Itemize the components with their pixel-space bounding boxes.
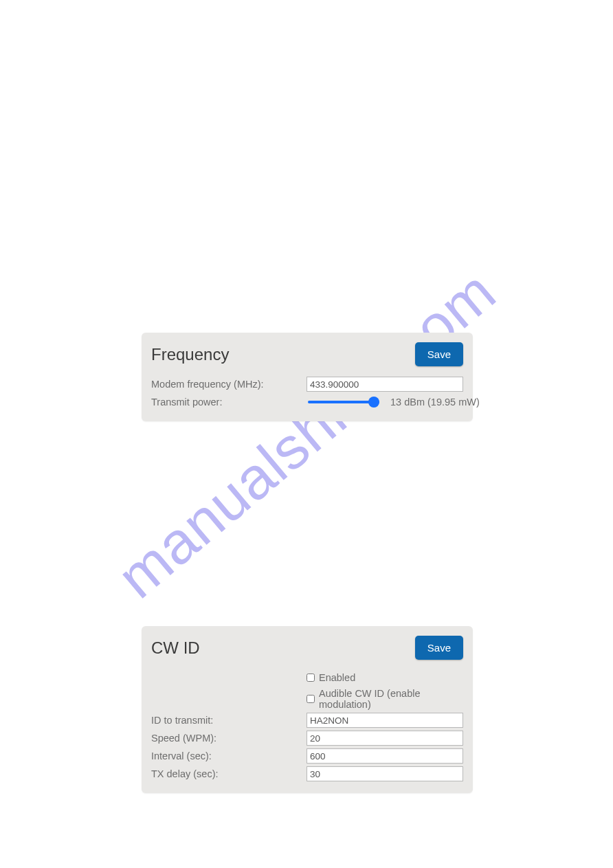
modem-frequency-label: Modem frequency (MHz): bbox=[151, 379, 306, 390]
transmit-power-row: Transmit power: 13 dBm (19.95 mW) bbox=[151, 394, 463, 410]
watermark-text: manualshive.com bbox=[104, 257, 509, 612]
frequency-panel: Frequency Save Modem frequency (MHz): Tr… bbox=[142, 333, 473, 421]
cw-audible-row: Audible CW ID (enable modulation) bbox=[151, 687, 463, 711]
cw-id-panel-header: CW ID Save bbox=[151, 636, 463, 660]
frequency-panel-header: Frequency Save bbox=[151, 342, 463, 366]
transmit-power-readout: 13 dBm (19.95 mW) bbox=[390, 397, 480, 408]
modem-frequency-input[interactable] bbox=[306, 377, 463, 392]
cw-id-panel-title: CW ID bbox=[151, 638, 200, 658]
cw-audible-checkbox[interactable] bbox=[306, 695, 315, 703]
cw-id-panel: CW ID Save Enabled Audible CW ID (enable… bbox=[142, 626, 473, 793]
frequency-panel-title: Frequency bbox=[151, 345, 229, 364]
modem-frequency-row: Modem frequency (MHz): bbox=[151, 376, 463, 392]
cw-enabled-checkbox[interactable] bbox=[306, 674, 315, 682]
transmit-power-slider[interactable] bbox=[308, 401, 379, 403]
cw-txdelay-label: TX delay (sec): bbox=[151, 768, 306, 779]
cw-enabled-row: Enabled bbox=[151, 669, 463, 686]
cw-interval-row: Interval (sec): bbox=[151, 748, 463, 764]
cw-txdelay-input[interactable] bbox=[306, 766, 463, 781]
cw-id-save-button[interactable]: Save bbox=[415, 636, 463, 660]
frequency-save-button[interactable]: Save bbox=[415, 342, 463, 366]
cw-speed-label: Speed (WPM): bbox=[151, 733, 306, 744]
cw-txdelay-row: TX delay (sec): bbox=[151, 766, 463, 782]
cw-interval-input[interactable] bbox=[306, 748, 463, 764]
cw-speed-input[interactable] bbox=[306, 731, 463, 746]
transmit-power-label: Transmit power: bbox=[151, 397, 306, 408]
cw-id-transmit-label: ID to transmit: bbox=[151, 715, 306, 726]
cw-enabled-label-text: Enabled bbox=[319, 672, 355, 683]
cw-interval-label: Interval (sec): bbox=[151, 750, 306, 761]
cw-speed-row: Speed (WPM): bbox=[151, 730, 463, 746]
cw-audible-check-label[interactable]: Audible CW ID (enable modulation) bbox=[306, 688, 463, 710]
cw-id-transmit-input[interactable] bbox=[306, 713, 463, 728]
cw-id-transmit-row: ID to transmit: bbox=[151, 712, 463, 728]
cw-enabled-check-label[interactable]: Enabled bbox=[306, 672, 355, 683]
cw-audible-label-text: Audible CW ID (enable modulation) bbox=[319, 688, 463, 710]
